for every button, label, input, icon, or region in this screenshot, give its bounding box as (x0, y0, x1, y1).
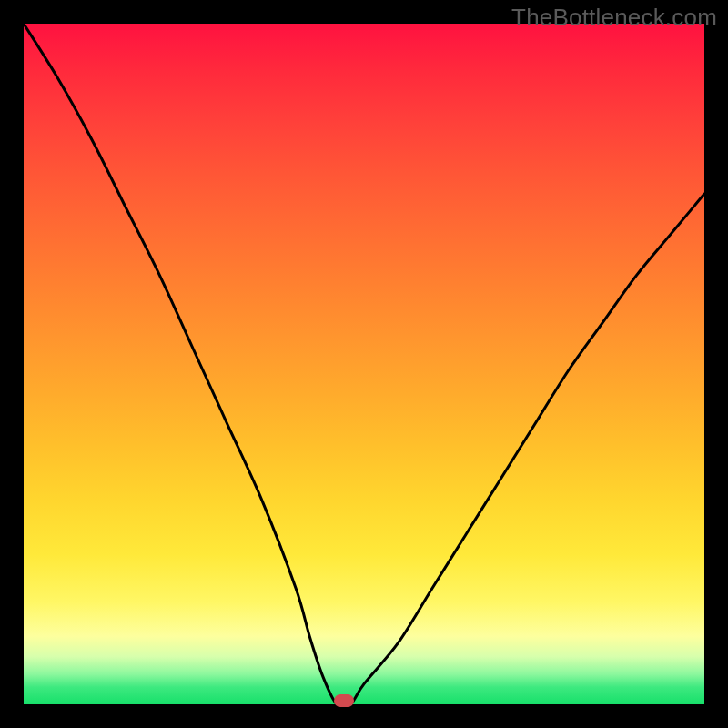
plot-area (24, 24, 704, 704)
minimum-marker (334, 694, 354, 707)
curve-svg (24, 24, 704, 704)
bottleneck-curve-path (24, 24, 704, 704)
watermark-text: TheBottleneck.com (511, 4, 717, 32)
chart-frame: TheBottleneck.com (0, 0, 728, 728)
